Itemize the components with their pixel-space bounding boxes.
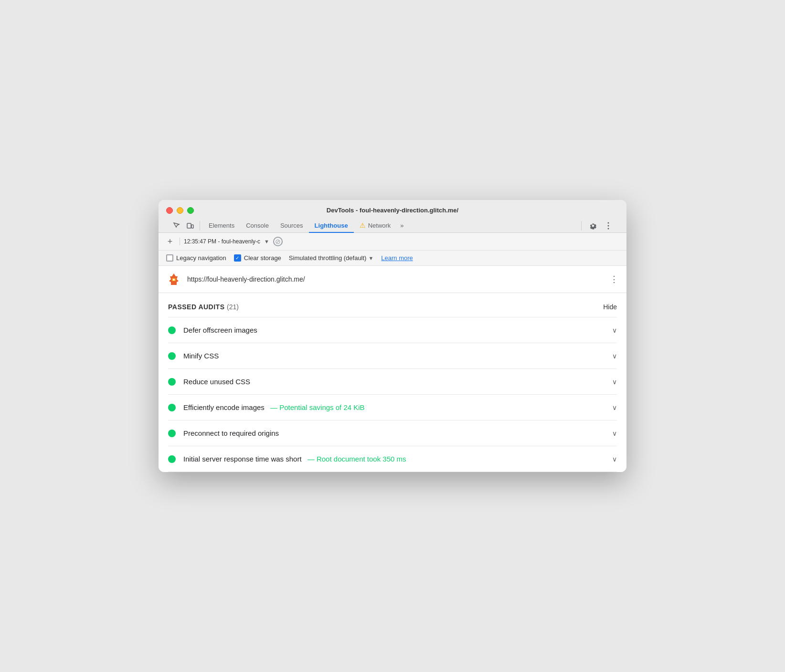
clear-storage-checkbox-box[interactable] <box>234 254 241 262</box>
chevron-down-icon[interactable]: ∨ <box>612 326 617 334</box>
inspect-icon[interactable] <box>170 219 183 232</box>
svg-point-2 <box>608 222 609 223</box>
pass-indicator <box>168 430 176 437</box>
audit-savings: — Root document took 350 ms <box>308 455 406 463</box>
title-bar: DevTools - foul-heavenly-direction.glitc… <box>159 200 626 233</box>
audit-more-options-button[interactable]: ⋮ <box>610 274 619 284</box>
learn-more-link[interactable]: Learn more <box>381 254 413 262</box>
tab-divider <box>200 221 200 231</box>
audit-url: https://foul-heavenly-direction.glitch.m… <box>187 275 604 283</box>
svg-rect-0 <box>187 223 191 228</box>
audit-label: Reduce unused CSS <box>183 378 605 386</box>
legacy-nav-checkbox[interactable]: Legacy navigation <box>166 254 226 262</box>
device-icon[interactable] <box>183 219 197 232</box>
audit-item-server-response[interactable]: Initial server response time was short —… <box>159 446 626 472</box>
tab-console[interactable]: Console <box>240 219 275 233</box>
actions-divider <box>581 221 582 231</box>
legacy-nav-checkbox-box[interactable] <box>166 254 173 262</box>
pass-indicator <box>168 455 176 463</box>
pass-indicator <box>168 378 176 386</box>
tab-sources[interactable]: Sources <box>275 219 309 233</box>
maximize-button[interactable] <box>187 207 194 214</box>
audit-item-reduce-unused-css[interactable]: Reduce unused CSS ∨ <box>159 369 626 394</box>
close-button[interactable] <box>166 207 173 214</box>
chevron-down-icon[interactable]: ∨ <box>612 430 617 437</box>
svg-point-3 <box>608 225 609 226</box>
lighthouse-logo-icon <box>166 272 181 287</box>
tabs-overflow-btn[interactable]: » <box>396 219 407 232</box>
hide-audits-button[interactable]: Hide <box>603 303 617 311</box>
secondary-toolbar: + 12:35:47 PM - foul-heavenly-c ▼ ⊘ <box>159 233 626 251</box>
tab-lighthouse[interactable]: Lighthouse <box>309 219 354 233</box>
svg-point-7 <box>173 279 175 281</box>
audit-label: Initial server response time was short —… <box>183 455 605 463</box>
chevron-down-icon[interactable]: ∨ <box>612 404 617 411</box>
warning-icon: ⚠ <box>360 221 366 229</box>
window-title: DevTools - foul-heavenly-direction.glitc… <box>327 207 458 214</box>
audit-label: Minify CSS <box>183 352 605 360</box>
audit-item-minify-css[interactable]: Minify CSS ∨ <box>159 343 626 368</box>
devtools-window: DevTools - foul-heavenly-direction.glitc… <box>159 200 626 472</box>
session-dropdown-icon[interactable]: ▼ <box>264 239 269 244</box>
audit-item-defer-offscreen[interactable]: Defer offscreen images ∨ <box>159 317 626 343</box>
add-session-button[interactable]: + <box>164 236 176 247</box>
passed-audits-title: PASSED AUDITS <box>168 303 225 311</box>
throttling-dropdown-icon[interactable]: ▼ <box>368 255 373 261</box>
passed-audits-count: (21) <box>227 303 239 311</box>
audit-savings: — Potential savings of 24 KiB <box>270 403 365 411</box>
minimize-button[interactable] <box>177 207 183 214</box>
svg-point-4 <box>608 228 609 229</box>
more-options-icon[interactable] <box>602 219 615 232</box>
passed-audits-header: PASSED AUDITS (21) Hide <box>159 293 626 317</box>
main-content: https://foul-heavenly-direction.glitch.m… <box>159 266 626 472</box>
devtools-actions <box>578 219 615 232</box>
tab-network[interactable]: ⚠ Network <box>354 219 397 233</box>
audit-label: Efficiently encode images — Potential sa… <box>183 403 605 411</box>
settings-icon[interactable] <box>586 219 600 232</box>
options-bar: Legacy navigation Clear storage Simulate… <box>159 251 626 266</box>
pass-indicator <box>168 352 176 360</box>
pass-indicator <box>168 404 176 411</box>
audit-item-encode-images[interactable]: Efficiently encode images — Potential sa… <box>159 395 626 420</box>
block-icon[interactable]: ⊘ <box>273 237 283 246</box>
audit-label: Preconnect to required origins <box>183 429 605 437</box>
devtools-tabs: Elements Console Sources Lighthouse ⚠ Ne… <box>166 219 619 232</box>
session-divider <box>180 238 180 245</box>
chevron-down-icon[interactable]: ∨ <box>612 378 617 386</box>
item-divider <box>168 472 617 472</box>
audit-label: Defer offscreen images <box>183 326 605 334</box>
traffic-lights <box>166 207 194 214</box>
audit-item-preconnect[interactable]: Preconnect to required origins ∨ <box>159 420 626 446</box>
clear-storage-checkbox[interactable]: Clear storage <box>234 254 281 262</box>
url-bar: https://foul-heavenly-direction.glitch.m… <box>159 266 626 293</box>
pass-indicator <box>168 326 176 334</box>
chevron-down-icon[interactable]: ∨ <box>612 455 617 463</box>
chevron-down-icon[interactable]: ∨ <box>612 352 617 360</box>
tab-elements[interactable]: Elements <box>203 219 240 233</box>
svg-rect-1 <box>191 225 193 228</box>
throttling-select[interactable]: Simulated throttling (default) ▼ <box>289 254 373 262</box>
session-label: 12:35:47 PM - foul-heavenly-c <box>184 238 260 245</box>
